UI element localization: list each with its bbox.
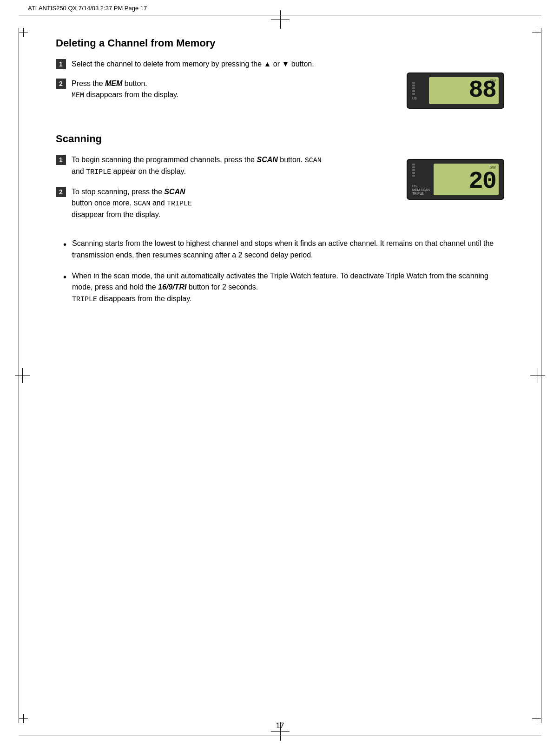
- scan-display-indicators: US MEM SCAN TRIPLE: [412, 164, 430, 195]
- scanning-step-1-text: To begin scanning the programmed channel…: [72, 154, 388, 178]
- crosshair-top-right: [532, 28, 541, 37]
- main-content: Deleting a Channel from Memory 1 Select …: [56, 37, 504, 323]
- mem-scan-label: MEM SCAN: [412, 188, 430, 191]
- scanner-display-scan: US MEM SCAN TRIPLE 5W 20: [407, 159, 504, 200]
- file-info: ATLANTIS250.QX 7/14/03 2:37 PM Page 17: [28, 5, 147, 12]
- deleting-title: Deleting a Channel from Memory: [56, 37, 504, 49]
- bullet-dot-2: •: [63, 270, 66, 283]
- freq-label-scan: 5W: [490, 165, 496, 170]
- step-number-1: 1: [56, 59, 66, 69]
- bullet-text-1: Scanning starts from the lowest to highe…: [72, 238, 504, 261]
- deleting-step-2-text: Press the MEM button. MEM disappears fro…: [72, 78, 388, 101]
- bullet-text-2: When in the scan mode, the unit automati…: [72, 270, 504, 305]
- bullet-section: • Scanning starts from the lowest to hig…: [56, 238, 504, 305]
- mid-crosshair-right: [534, 372, 541, 379]
- page-number: 17: [276, 722, 284, 730]
- delete-lcd-screen: 5W 88: [429, 77, 499, 104]
- scanning-step-1: 1 To begin scanning the programmed chann…: [56, 154, 388, 178]
- deleting-step-1-text: Select the channel to delete from memory…: [72, 59, 388, 70]
- scan-step-number-2: 2: [56, 187, 66, 197]
- scanning-steps: 1 To begin scanning the programmed chann…: [56, 154, 388, 229]
- deleting-steps: 1 Select the channel to delete from memo…: [56, 59, 388, 110]
- triple-scan-label: TRIPLE: [412, 192, 430, 195]
- scan-signal-bars: [412, 164, 430, 177]
- display-number-scan: 20: [469, 170, 496, 194]
- deleting-step-1: 1 Select the channel to delete from memo…: [56, 59, 388, 70]
- scanning-title: Scanning: [56, 133, 504, 145]
- deleting-step-2: 2 Press the MEM button. MEM disappears f…: [56, 78, 388, 101]
- scan-labels: US MEM SCAN TRIPLE: [412, 184, 430, 195]
- bullet-item-2: • When in the scan mode, the unit automa…: [56, 270, 504, 305]
- delete-display-indicators: US: [412, 82, 425, 100]
- crosshair-bottom-left: [19, 714, 28, 723]
- scanning-step-2-text: To stop scanning, press the SCAN button …: [72, 186, 388, 221]
- us-label: US: [412, 97, 425, 100]
- signal-bars: [412, 82, 425, 95]
- scanning-step-2: 2 To stop scanning, press the SCAN butto…: [56, 186, 388, 221]
- page-container: ATLANTIS250.QX 7/14/03 2:37 PM Page 17 D…: [0, 0, 560, 751]
- scan-lcd-screen: 5W 20: [434, 164, 499, 195]
- section-deleting: Deleting a Channel from Memory 1 Select …: [56, 37, 504, 110]
- mid-crosshair-left: [19, 372, 26, 379]
- us-scan-label: US: [412, 184, 430, 188]
- bullet-item-1: • Scanning starts from the lowest to hig…: [56, 238, 504, 261]
- bullet-dot-1: •: [63, 238, 66, 251]
- crosshair-top-left: [19, 28, 28, 37]
- freq-label-delete: 5W: [490, 79, 496, 83]
- scanner-display-delete: US 5W 88: [407, 72, 504, 109]
- top-crosshair: [276, 15, 285, 24]
- scan-step-number-1: 1: [56, 155, 66, 165]
- crosshair-bottom-right: [532, 714, 541, 723]
- section-scanning: Scanning 1 To begin scanning the program…: [56, 133, 504, 305]
- step-number-2: 2: [56, 79, 66, 89]
